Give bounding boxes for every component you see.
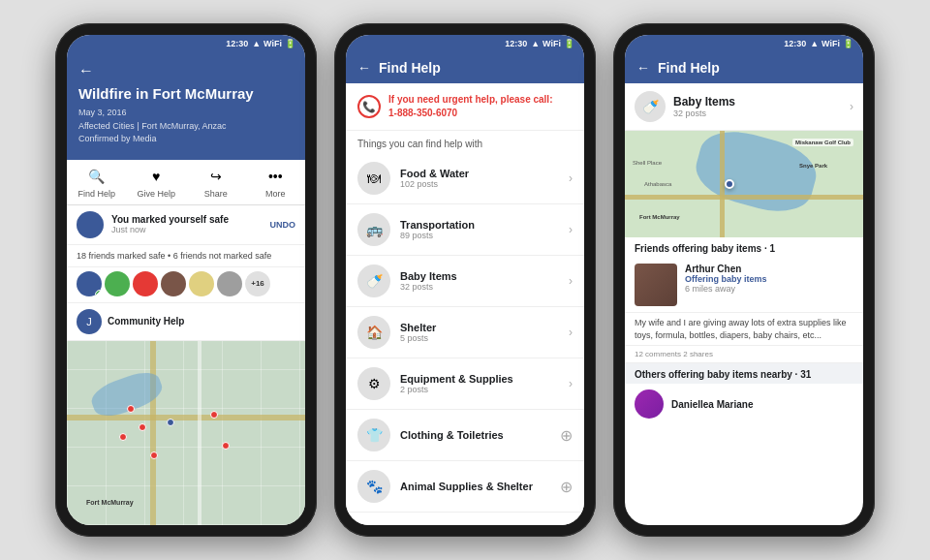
baby-icon: 🍼 (357, 264, 390, 297)
share-action[interactable]: ↪ Share (186, 166, 246, 199)
community-help-row[interactable]: J Community Help (67, 303, 305, 341)
back-arrow-1[interactable]: ← (78, 62, 294, 79)
shelter-count: 5 posts (400, 333, 569, 343)
chevron-right-icon: › (569, 326, 573, 339)
friend-distance: 6 miles away (685, 284, 853, 294)
others-section: Others offering baby items nearby · 31 (625, 363, 863, 384)
food-water-count: 102 posts (400, 179, 569, 189)
find-help-header: ← Find Help (346, 52, 584, 83)
help-item-animals-text: Animal Supplies & Shelter (400, 481, 560, 492)
animals-icon: 🐾 (357, 470, 390, 503)
map-mini-3[interactable]: Miskanaw Golf Club Fort McMurray Snye Pa… (625, 131, 863, 237)
help-item-baby[interactable]: 🍼 Baby Items 32 posts › (346, 256, 584, 307)
status-time-1: 12:30 (226, 39, 248, 48)
phone-3-screen: 12:30 ▲ WiFi 🔋 ← Find Help 🍼 Baby Items … (625, 35, 863, 525)
map-road (198, 341, 202, 526)
friend-avatar (189, 271, 214, 296)
friend-post-info: Arthur Chen Offering baby items 6 miles … (685, 264, 853, 306)
urgent-number[interactable]: 1-888-350-6070 (388, 107, 552, 120)
chevron-right-icon: › (569, 171, 573, 185)
map-dot (119, 433, 127, 441)
friend-avatar (77, 271, 102, 296)
event-title: Wildfire in Fort McMurray (78, 85, 294, 103)
give-help-action[interactable]: ♥ Give Help (127, 166, 187, 199)
category-name: Baby Items (673, 95, 850, 109)
safe-sub: Just now (111, 225, 270, 234)
help-item-food-text: Food & Water 102 posts (400, 168, 569, 189)
search-icon: 🔍 (86, 166, 108, 187)
chevron-right-icon: › (569, 223, 573, 236)
phone-2-screen: 12:30 ▲ WiFi 🔋 ← Find Help 📞 If you need… (346, 35, 584, 525)
clothing-icon: 👕 (357, 419, 390, 451)
phone-3: 12:30 ▲ WiFi 🔋 ← Find Help 🍼 Baby Items … (613, 23, 875, 537)
share-label: Share (204, 189, 228, 199)
action-bar: 🔍 Find Help ♥ Give Help ↪ Share ••• More (67, 160, 305, 205)
shelter-icon: 🏠 (357, 316, 390, 349)
help-item-food[interactable]: 🍽 Food & Water 102 posts › (346, 153, 584, 204)
map-area-1[interactable]: Fort McMurray (67, 341, 305, 526)
help-item-clothing[interactable]: 👕 Clothing & Toiletries ⊕ (346, 410, 584, 461)
event-header: ← Wildfire in Fort McMurray May 3, 2016 … (67, 52, 305, 160)
transport-icon: 🚌 (357, 213, 390, 246)
chevron-down-icon: › (850, 100, 853, 113)
section-title: Things you can find help with (346, 131, 584, 153)
share-icon: ↪ (205, 166, 227, 187)
status-bar-2: 12:30 ▲ WiFi 🔋 (346, 35, 584, 52)
baby-items-title: Find Help (658, 60, 720, 76)
help-item-shelter[interactable]: 🏠 Shelter 5 posts › (346, 307, 584, 358)
signal-icon-1: ▲ (252, 39, 261, 48)
help-list: 🍽 Food & Water 102 posts › 🚌 Transportat… (346, 153, 584, 525)
equipment-label: Equipment & Supplies (400, 373, 569, 385)
animals-label: Animal Supplies & Shelter (400, 481, 560, 492)
help-item-equipment[interactable]: ⚙ Equipment & Supplies 2 posts › (346, 358, 584, 410)
help-item-animals[interactable]: 🐾 Animal Supplies & Shelter ⊕ (346, 461, 584, 513)
friend-offering: Offering baby items (685, 274, 853, 284)
wifi-icon-3: WiFi (822, 39, 840, 48)
more-icon: ••• (264, 166, 286, 187)
chevron-right-icon: › (569, 274, 573, 288)
chevron-right-icon: › (569, 377, 573, 390)
status-icons-1: ▲ WiFi 🔋 (252, 39, 295, 48)
heart-icon: ♥ (145, 166, 167, 187)
battery-icon-2: 🔋 (564, 39, 574, 48)
map-marker (725, 179, 734, 189)
baby-label: Baby Items (400, 270, 569, 282)
help-item-transport[interactable]: 🚌 Transportation 89 posts › (346, 204, 584, 256)
map-label-snye: Snye Park (799, 163, 827, 169)
transport-count: 89 posts (400, 231, 569, 240)
help-item-equipment-text: Equipment & Supplies 2 posts (400, 373, 569, 394)
other-user-name: Daniellea Mariane (671, 399, 753, 410)
urgent-text: If you need urgent help, please call: 1-… (388, 93, 552, 120)
battery-icon-3: 🔋 (843, 39, 853, 48)
signal-icon-2: ▲ (531, 39, 540, 48)
more-action[interactable]: ••• More (246, 166, 306, 199)
give-help-label: Give Help (137, 189, 175, 199)
signal-icon-3: ▲ (810, 39, 819, 48)
find-help-label: Find Help (78, 189, 115, 199)
friend-avatar (105, 271, 130, 296)
friend-name: Arthur Chen (685, 264, 853, 274)
map-label-city: Fort McMurray (639, 214, 680, 220)
phone-2: 12:30 ▲ WiFi 🔋 ← Find Help 📞 If you need… (334, 23, 596, 537)
find-help-title: Find Help (379, 60, 441, 76)
find-help-action[interactable]: 🔍 Find Help (67, 166, 127, 199)
wifi-icon-1: WiFi (264, 39, 282, 48)
undo-button[interactable]: UNDO (270, 220, 296, 230)
food-water-label: Food & Water (400, 168, 569, 179)
phone-1-screen: 12:30 ▲ WiFi 🔋 ← Wildfire in Fort McMurr… (67, 35, 305, 525)
event-location: Affected Cities | Fort McMurray, Anzac (78, 120, 294, 134)
friend-avatars: +16 (67, 267, 305, 303)
help-item-shelter-text: Shelter 5 posts (400, 322, 569, 343)
other-user-row[interactable]: Daniellea Mariane (625, 384, 863, 424)
map-grid (67, 341, 305, 526)
wifi-icon-2: WiFi (542, 39, 561, 48)
map-road (625, 195, 863, 200)
other-user-avatar (635, 389, 664, 419)
event-confirmed: Confirmed by Media (78, 133, 294, 146)
phones-container: 12:30 ▲ WiFi 🔋 ← Wildfire in Fort McMurr… (36, 4, 894, 556)
map-dot (167, 419, 174, 426)
back-arrow-3[interactable]: ← (636, 60, 650, 76)
transport-label: Transportation (400, 219, 569, 231)
status-icons-3: ▲ WiFi 🔋 (810, 39, 853, 48)
back-arrow-2[interactable]: ← (357, 60, 371, 76)
